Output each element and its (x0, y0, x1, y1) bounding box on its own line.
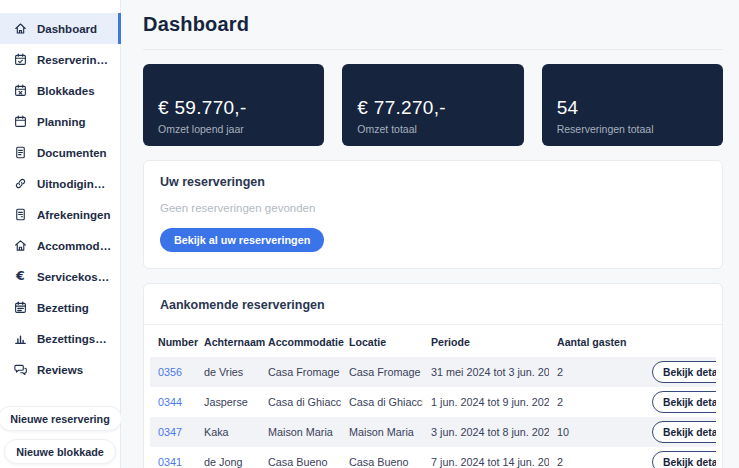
cell-number: 0356 (150, 357, 196, 387)
sidebar-item-servicekosten[interactable]: €Servicekosten (0, 261, 120, 292)
cell-achternaam: de Vries (196, 357, 260, 387)
details-button[interactable]: Bekijk details (652, 361, 716, 383)
page-title: Dashboard (143, 13, 249, 36)
sidebar-item-label: Servicekosten (37, 271, 112, 283)
table-row: 0356de VriesCasa FromageCasa Fromage31 m… (150, 357, 716, 387)
reservation-number-link[interactable]: 0344 (158, 396, 182, 408)
app-root: DashboardReserveringenBlokkadesPlanningD… (0, 0, 739, 468)
stats-row: € 59.770,-Omzet lopend jaar€ 77.270,-Omz… (143, 64, 723, 146)
sidebar-item-bezettingsgraad[interactable]: Bezettingsgraad (0, 323, 120, 354)
stat-label: Omzet totaal (357, 123, 508, 135)
calendar-x-icon (13, 83, 28, 98)
cell-accommodatie: Maison Maria (260, 417, 341, 447)
cell-accommodatie: Casa di Ghiaccio (260, 387, 341, 417)
table-row: 0344JasperseCasa di GhiaccioCasa di Ghia… (150, 387, 716, 417)
calendar-grid-icon (13, 300, 28, 315)
cell-number: 0347 (150, 417, 196, 447)
house-icon (13, 238, 28, 253)
cell-periode: 3 jun. 2024 tot 8 jun. 2024 (423, 417, 549, 447)
column-header-details (644, 327, 716, 357)
cell-accommodatie: Casa Fromage (260, 357, 341, 387)
cell-periode: 1 jun. 2024 tot 9 jun. 2024 (423, 387, 549, 417)
calendar-icon (13, 114, 28, 129)
cell-details: Bekijk details (644, 417, 716, 447)
sidebar-nav: DashboardReserveringenBlokkadesPlanningD… (0, 13, 120, 385)
sidebar-item-blokkades[interactable]: Blokkades (0, 75, 120, 106)
reservation-number-link[interactable]: 0341 (158, 456, 182, 468)
bar-chart-icon (13, 331, 28, 346)
cell-locatie: Casa Bueno (341, 447, 423, 468)
page-header: Dashboard (143, 0, 723, 50)
cell-periode: 31 mei 2024 tot 3 jun. 2024 (423, 357, 549, 387)
reservations-table: NumberAchternaamAccommodatieLocatiePerio… (150, 327, 716, 468)
cell-achternaam: Jasperse (196, 387, 260, 417)
cell-number: 0344 (150, 387, 196, 417)
cell-aantal-gasten: 10 (549, 417, 644, 447)
cell-locatie: Casa Fromage (341, 357, 423, 387)
sidebar-item-label: Reviews (37, 364, 83, 376)
column-header-achternaam: Achternaam (196, 327, 260, 357)
sidebar-item-accommodaties[interactable]: Accommodaties (0, 230, 120, 261)
reservations-table-wrap: NumberAchternaamAccommodatieLocatiePerio… (144, 325, 722, 468)
table-row: 0347KakaMaison MariaMaison Maria3 jun. 2… (150, 417, 716, 447)
cell-periode: 7 jun. 2024 tot 14 jun. 2024 (423, 447, 549, 468)
cell-details: Bekijk details (644, 447, 716, 468)
stat-value: € 77.270,- (357, 97, 508, 119)
sidebar-item-reviews[interactable]: Reviews (0, 354, 120, 385)
stat-label: Omzet lopend jaar (158, 123, 309, 135)
stat-value: € 59.770,- (158, 97, 309, 119)
cell-achternaam: Kaka (196, 417, 260, 447)
column-header-accommodatie: Accommodatie (260, 327, 341, 357)
cell-accommodatie: Casa Bueno (260, 447, 341, 468)
nieuwe-blokkade-button[interactable]: Nieuwe blokkade (4, 439, 116, 464)
svg-text:€: € (15, 269, 25, 283)
cell-locatie: Casa di Ghiaccio (341, 387, 423, 417)
document-icon (13, 145, 28, 160)
stat-value: 54 (557, 97, 708, 119)
cell-details: Bekijk details (644, 387, 716, 417)
table-row: 0341de JongCasa BuenoCasa Bueno7 jun. 20… (150, 447, 716, 468)
cell-achternaam: de Jong (196, 447, 260, 468)
sidebar-item-uitnodigingen[interactable]: Uitnodigingen (0, 168, 120, 199)
cell-number: 0341 (150, 447, 196, 468)
your-reservations-card: Uw reserveringen Geen reserveringen gevo… (143, 160, 723, 269)
receipt-icon (13, 207, 28, 222)
cell-aantal-gasten: 2 (549, 447, 644, 468)
sidebar-item-documenten[interactable]: Documenten (0, 137, 120, 168)
reservation-number-link[interactable]: 0356 (158, 366, 182, 378)
table-header-row: NumberAchternaamAccommodatieLocatiePerio… (150, 327, 716, 357)
sidebar-item-label: Planning (37, 116, 86, 128)
chat-icon (13, 362, 28, 377)
details-button[interactable]: Bekijk details (652, 421, 716, 443)
upcoming-reservations-card: Aankomende reserveringen NumberAchternaa… (143, 283, 723, 468)
details-button[interactable]: Bekijk details (652, 391, 716, 413)
sidebar-item-label: Bezetting (37, 302, 89, 314)
sidebar-item-bezetting[interactable]: Bezetting (0, 292, 120, 323)
column-header-periode: Periode (423, 327, 549, 357)
reservation-number-link[interactable]: 0347 (158, 426, 182, 438)
details-button[interactable]: Bekijk details (652, 451, 716, 468)
sidebar: DashboardReserveringenBlokkadesPlanningD… (0, 0, 121, 468)
cell-aantal-gasten: 2 (549, 357, 644, 387)
sidebar-item-afrekeningen[interactable]: Afrekeningen (0, 199, 120, 230)
stat-card-omzet-totaal: € 77.270,-Omzet totaal (342, 64, 523, 146)
main-content: Dashboard € 59.770,-Omzet lopend jaar€ 7… (121, 0, 739, 468)
sidebar-item-reserveringen[interactable]: Reserveringen (0, 44, 120, 75)
home-icon (13, 21, 28, 36)
sidebar-item-label: Afrekeningen (37, 209, 111, 221)
upcoming-reservations-title: Aankomende reserveringen (160, 298, 706, 312)
sidebar-item-label: Reserveringen (37, 54, 112, 66)
nieuwe-reservering-button[interactable]: Nieuwe reservering (0, 406, 122, 431)
view-all-reservations-button[interactable]: Bekijk al uw reserveringen (160, 228, 324, 252)
table-body: 0356de VriesCasa FromageCasa Fromage31 m… (150, 357, 716, 468)
sidebar-item-planning[interactable]: Planning (0, 106, 120, 137)
column-header-aantal-gasten: Aantal gasten (549, 327, 644, 357)
sidebar-item-label: Uitnodigingen (37, 178, 112, 190)
sidebar-item-label: Bezettingsgraad (37, 333, 112, 345)
your-reservations-title: Uw reserveringen (160, 175, 706, 189)
calendar-check-icon (13, 52, 28, 67)
sidebar-item-dashboard[interactable]: Dashboard (0, 13, 120, 44)
column-header-locatie: Locatie (341, 327, 423, 357)
sidebar-actions: Nieuwe reserveringNieuwe blokkade (0, 406, 120, 464)
stat-card-reserveringen-totaal: 54Reserveringen totaal (542, 64, 723, 146)
